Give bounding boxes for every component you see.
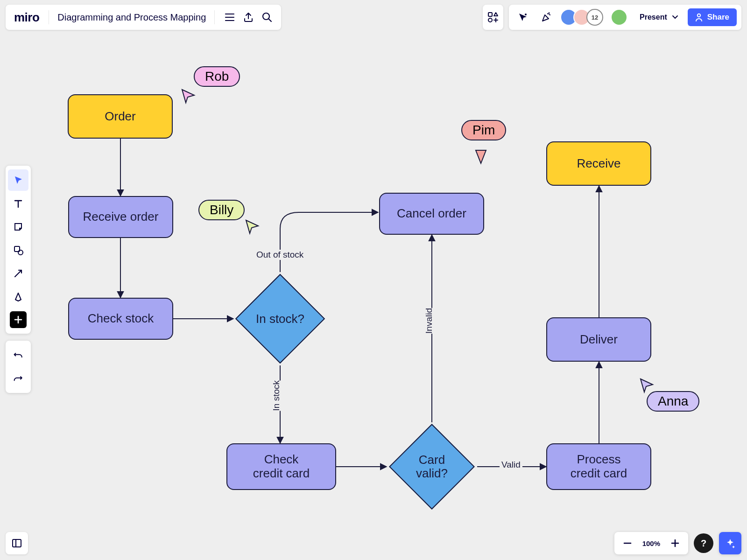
cursor-mode-button[interactable]: [514, 8, 532, 27]
edge-label-invalid: Invalid: [422, 308, 436, 334]
pen-icon: [13, 292, 23, 302]
plus-icon: [14, 315, 22, 324]
cursor-pointer-rob: [181, 89, 197, 105]
search-button[interactable]: [258, 8, 276, 27]
topbar-right: 12 Present Share: [483, 5, 741, 30]
sidebar-panel-icon: [11, 538, 22, 549]
topbar: miro Diagramming and Process Mapping: [6, 5, 741, 30]
tool-pen[interactable]: [8, 286, 28, 308]
svg-marker-10: [246, 220, 258, 233]
text-icon: [13, 198, 23, 209]
cursor-pointer-pim: [474, 149, 488, 166]
sticky-note-icon: [13, 222, 23, 232]
node-check-credit-card[interactable]: Check credit card: [226, 443, 336, 490]
node-label: Check credit card: [253, 453, 310, 481]
node-check-stock[interactable]: Check stock: [68, 298, 173, 340]
redo-button[interactable]: [8, 368, 28, 389]
svg-line-14: [269, 19, 271, 21]
tool-select[interactable]: [8, 169, 28, 191]
collab-cluster: 12 Present Share: [509, 5, 741, 30]
present-button[interactable]: Present: [632, 13, 683, 21]
node-receive-order[interactable]: Receive order: [68, 196, 173, 238]
share-button[interactable]: Share: [688, 8, 737, 26]
upload-icon: [243, 12, 254, 22]
edge-label-out-of-stock: Out of stock: [254, 250, 305, 260]
toolbar-main: [6, 166, 31, 334]
divider: [49, 10, 49, 24]
sparkle-icon: [725, 538, 736, 549]
node-order[interactable]: Order: [68, 94, 173, 139]
present-label: Present: [640, 13, 667, 21]
cursor-bubble-anna: Anna: [647, 391, 699, 412]
search-icon: [262, 12, 272, 22]
divider: [214, 10, 215, 24]
apps-button[interactable]: [483, 5, 503, 30]
svg-marker-11: [476, 150, 486, 163]
zoom-out-button[interactable]: [618, 534, 637, 553]
svg-point-17: [488, 18, 492, 22]
svg-marker-9: [182, 90, 194, 103]
node-cancel-order[interactable]: Cancel order: [379, 193, 484, 235]
plus-icon: [670, 539, 680, 548]
zoom-controls: 100%: [614, 532, 688, 554]
node-process-credit-card[interactable]: Process credit card: [546, 443, 651, 490]
undo-button[interactable]: [8, 344, 28, 366]
tool-shapes[interactable]: [8, 239, 28, 261]
tool-text[interactable]: [8, 193, 28, 214]
shapes-plus-icon: [487, 12, 499, 23]
node-label: Order: [105, 110, 135, 124]
arrow-icon: [13, 268, 23, 279]
person-plus-icon: [695, 13, 704, 21]
canvas[interactable]: Out of stock In stock Invalid Valid Orde…: [0, 0, 747, 560]
toolbar-history: [6, 341, 31, 393]
minus-icon: [623, 539, 632, 548]
avatar-current-user[interactable]: [611, 9, 627, 26]
svg-marker-12: [641, 379, 653, 392]
node-label: Receive: [577, 157, 621, 171]
cursor-icon: [13, 175, 23, 185]
cursor-bubble-billy: Billy: [198, 200, 245, 220]
node-card-valid-label: Card valid?: [388, 446, 476, 488]
node-receive[interactable]: Receive: [546, 141, 651, 186]
cursor-click-icon: [518, 12, 528, 22]
confetti-icon: [541, 12, 552, 23]
cursor-pointer-billy: [245, 219, 261, 235]
shapes-icon: [13, 245, 23, 255]
cursor-bubble-rob: Rob: [194, 66, 240, 87]
help-button[interactable]: ?: [694, 533, 713, 553]
node-deliver[interactable]: Deliver: [546, 317, 651, 362]
svg-rect-15: [488, 13, 492, 16]
node-in-stock-label: In stock?: [233, 296, 327, 341]
svg-marker-16: [494, 13, 498, 16]
menu-icon: [225, 12, 235, 22]
board-title[interactable]: Diagramming and Process Mapping: [55, 12, 209, 23]
redo-icon: [13, 373, 24, 384]
share-label: Share: [707, 13, 729, 22]
export-button[interactable]: [239, 8, 258, 27]
svg-point-13: [263, 13, 269, 20]
svg-point-18: [525, 14, 527, 15]
avatar-stack[interactable]: 12: [560, 9, 603, 26]
ai-assist-button[interactable]: [719, 532, 741, 554]
tool-add-more[interactable]: [10, 311, 27, 328]
edge-label-in-stock: In stock: [269, 380, 283, 411]
tool-connection-line[interactable]: [8, 263, 28, 284]
zoom-in-button[interactable]: [666, 534, 684, 553]
node-label: Cancel order: [397, 207, 466, 221]
bottom-left: [6, 532, 28, 554]
node-label: Receive order: [83, 210, 159, 224]
menu-button[interactable]: [220, 8, 239, 27]
edge-label-valid: Valid: [500, 460, 522, 470]
cursor-bubble-pim: Pim: [461, 120, 506, 140]
zoom-level[interactable]: 100%: [640, 539, 663, 547]
svg-rect-22: [13, 539, 21, 547]
node-label: Process credit card: [571, 453, 627, 481]
reactions-button[interactable]: [537, 8, 556, 27]
bottom-right: 100% ?: [614, 532, 741, 554]
frames-panel-button[interactable]: [6, 532, 28, 554]
tool-sticky-note[interactable]: [8, 216, 28, 238]
node-label: Deliver: [580, 333, 618, 347]
logo[interactable]: miro: [14, 10, 39, 25]
svg-point-19: [698, 14, 700, 17]
svg-point-21: [18, 250, 23, 255]
